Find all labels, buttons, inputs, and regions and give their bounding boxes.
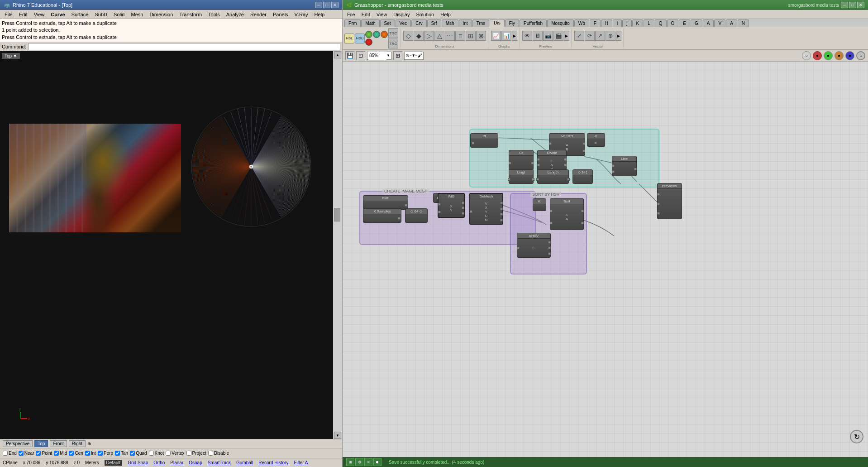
view-mode-shaded[interactable]: ⊙ bbox=[405, 53, 409, 58]
menu-tools[interactable]: Tools bbox=[205, 11, 223, 18]
gh-menu-solution[interactable]: Solution bbox=[413, 11, 437, 18]
menu-view[interactable]: View bbox=[31, 11, 48, 18]
vector-icon-2[interactable]: ⟳ bbox=[585, 31, 595, 41]
snap-knot-checkbox[interactable] bbox=[149, 451, 154, 456]
canvas-grid-icon[interactable]: ⊞ bbox=[393, 51, 402, 60]
canvas-tool-extra-6[interactable]: ○ bbox=[856, 51, 865, 60]
snap-perp-checkbox[interactable] bbox=[98, 451, 103, 456]
viewport-perspective-btn[interactable]: Perspective bbox=[3, 440, 33, 447]
status-filter[interactable]: Filter A bbox=[294, 460, 308, 465]
colour-hsl-icon[interactable]: HSL bbox=[344, 34, 354, 43]
viewport-scrollbar-vertical[interactable]: ▲ ▼ bbox=[333, 51, 342, 439]
viewport-top-btn[interactable]: Top bbox=[34, 440, 48, 447]
view-mode-eye[interactable]: 👁 bbox=[411, 53, 416, 58]
ribbon-tab-pufferfish[interactable]: Pufferfish bbox=[520, 19, 547, 27]
status-ortho[interactable]: Ortho bbox=[153, 460, 165, 465]
dim-icon-2[interactable]: ◆ bbox=[414, 31, 424, 41]
snap-quad-checkbox[interactable] bbox=[130, 451, 135, 456]
canvas-tool-extra-5[interactable]: ● bbox=[845, 51, 854, 60]
ribbon-tab-h[interactable]: H bbox=[601, 19, 612, 27]
viewport-label-top[interactable]: Top ▼ bbox=[2, 53, 20, 59]
gh-node-length[interactable]: Length bbox=[537, 169, 569, 184]
scroll-up-button[interactable]: ▲ bbox=[334, 51, 341, 58]
gh-menu-file[interactable]: File bbox=[344, 11, 358, 18]
menu-dimension[interactable]: Dimension bbox=[147, 11, 176, 18]
colour-circle-green[interactable] bbox=[365, 31, 372, 38]
gh-node-line[interactable]: Line bbox=[612, 156, 637, 176]
menu-curve[interactable]: Curve bbox=[48, 11, 67, 18]
canvas-tool-extra-2[interactable]: ● bbox=[813, 51, 822, 60]
gh-maximize-button[interactable]: □ bbox=[849, 2, 856, 8]
snap-int-checkbox[interactable] bbox=[85, 451, 90, 456]
canvas-tool-extra-1[interactable]: ○ bbox=[802, 51, 811, 60]
gh-menu-edit[interactable]: Edit bbox=[359, 11, 373, 18]
minimize-button[interactable]: ─ bbox=[315, 2, 322, 8]
vector-icon-3[interactable]: ↗ bbox=[595, 31, 605, 41]
colour-hsu-icon[interactable]: HSU bbox=[355, 34, 365, 43]
snap-end-checkbox[interactable] bbox=[3, 451, 8, 456]
preview-icon-3[interactable]: 📷 bbox=[543, 31, 553, 41]
ribbon-tab-g[interactable]: G bbox=[691, 19, 702, 27]
ribbon-tab-prm[interactable]: Prm bbox=[344, 19, 361, 27]
canvas-tool-save[interactable]: 💾 bbox=[345, 51, 354, 60]
gh-node-xsamples[interactable]: X Samples bbox=[363, 208, 401, 223]
colour-tgc-icon[interactable]: TGC bbox=[388, 28, 398, 38]
gh-minimize-button[interactable]: ─ bbox=[841, 2, 848, 8]
status-osnap[interactable]: Osnap bbox=[189, 460, 202, 465]
gh-node-demesh[interactable]: DeMesh VXYCN bbox=[469, 193, 503, 225]
ribbon-tab-q[interactable]: Q bbox=[655, 19, 667, 27]
dim-icon-8[interactable]: ⊠ bbox=[476, 31, 486, 41]
preview-icon-1[interactable]: 👁 bbox=[522, 31, 532, 41]
ribbon-tab-int[interactable]: Int bbox=[459, 19, 472, 27]
ribbon-tab-fly[interactable]: Fly bbox=[505, 19, 519, 27]
ribbon-tab-a2[interactable]: A bbox=[726, 19, 737, 27]
viewport-front-btn[interactable]: Front bbox=[50, 440, 67, 447]
vector-icon-4[interactable]: ⊕ bbox=[606, 31, 615, 41]
ribbon-tab-l[interactable]: L bbox=[644, 19, 654, 27]
colour-circle-teal[interactable] bbox=[373, 31, 380, 38]
vector-expand-icon[interactable]: ▶ bbox=[616, 31, 621, 41]
gh-node-preview-v[interactable]: PreviewV bbox=[657, 183, 682, 219]
gh-node-v[interactable]: V bbox=[587, 133, 605, 147]
menu-mesh[interactable]: Mesh bbox=[128, 11, 146, 18]
colour-trc-icon[interactable]: TRC bbox=[388, 39, 398, 48]
ribbon-tab-o[interactable]: O bbox=[667, 19, 679, 27]
gh-node-pt[interactable]: Pt bbox=[470, 133, 498, 148]
snap-project-checkbox[interactable] bbox=[186, 451, 191, 456]
gh-node-length-val[interactable]: ◇ 341 bbox=[572, 169, 593, 184]
view-mode-paint[interactable]: 🖌 bbox=[418, 53, 422, 58]
colour-circle-red[interactable] bbox=[365, 39, 372, 46]
dim-icon-7[interactable]: ⊞ bbox=[466, 31, 476, 41]
ribbon-tab-srf[interactable]: Srf bbox=[427, 19, 441, 27]
gh-node-ahsv[interactable]: AHSV C bbox=[517, 233, 551, 258]
gh-bottom-icon-2[interactable]: ⚙ bbox=[355, 458, 363, 466]
ribbon-tab-trns[interactable]: Trns bbox=[472, 19, 490, 27]
ribbon-tab-vec[interactable]: Vec bbox=[396, 19, 411, 27]
canvas-tool-fit[interactable]: ⊡ bbox=[356, 51, 365, 60]
dim-icon-1[interactable]: ◇ bbox=[403, 31, 413, 41]
gh-node-img[interactable]: IMG XY bbox=[438, 193, 465, 218]
snap-mid-checkbox[interactable] bbox=[54, 451, 59, 456]
maximize-button[interactable]: □ bbox=[323, 2, 330, 8]
canvas-rotate-button[interactable]: ↻ bbox=[850, 430, 863, 443]
ribbon-tab-e[interactable]: E bbox=[679, 19, 690, 27]
status-planar[interactable]: Planar bbox=[170, 460, 183, 465]
preview-icon-4[interactable]: 🎬 bbox=[553, 31, 563, 41]
dim-icon-3[interactable]: ▷ bbox=[424, 31, 434, 41]
status-gumball[interactable]: Gumball bbox=[236, 460, 253, 465]
command-input[interactable] bbox=[28, 43, 340, 50]
gh-bottom-icon-4[interactable]: ⏺ bbox=[373, 458, 382, 466]
colour-circle-orange[interactable] bbox=[381, 31, 388, 38]
close-button[interactable]: ✕ bbox=[331, 2, 339, 8]
ribbon-tab-n[interactable]: N bbox=[738, 19, 749, 27]
preview-icon-2[interactable]: 🖥 bbox=[533, 31, 543, 41]
scroll-track[interactable] bbox=[333, 58, 342, 432]
menu-analyze[interactable]: Analyze bbox=[224, 11, 247, 18]
graphs-icon-2[interactable]: 📊 bbox=[501, 31, 511, 41]
gh-node-k[interactable]: K bbox=[533, 198, 546, 211]
ribbon-tab-k[interactable]: K bbox=[632, 19, 644, 27]
canvas-tool-extra-4[interactable]: ● bbox=[835, 51, 844, 60]
viewport-dropdown-arrow[interactable]: ▼ bbox=[13, 53, 17, 58]
menu-surface[interactable]: Surface bbox=[69, 11, 91, 18]
menu-render[interactable]: Render bbox=[248, 11, 269, 18]
